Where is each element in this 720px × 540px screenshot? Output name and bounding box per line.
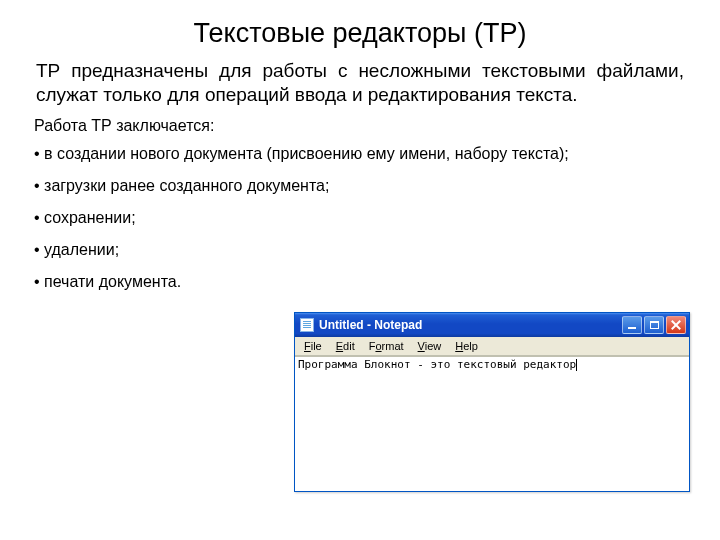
maximize-button[interactable] bbox=[644, 316, 664, 334]
close-button[interactable] bbox=[666, 316, 686, 334]
editor-content: Программа Блокнот - это текстовый редакт… bbox=[298, 358, 576, 371]
list-item: в создании нового документа (присвоению … bbox=[34, 145, 686, 163]
list-item: удалении; bbox=[34, 241, 686, 259]
minimize-button[interactable] bbox=[622, 316, 642, 334]
editor-area[interactable]: Программа Блокнот - это текстовый редакт… bbox=[295, 356, 689, 491]
menu-file[interactable]: File bbox=[297, 338, 329, 354]
maximize-icon bbox=[650, 321, 659, 329]
notepad-icon bbox=[300, 318, 314, 332]
slide-title: Текстовые редакторы (ТР) bbox=[34, 18, 686, 49]
notepad-window: Untitled - Notepad File Edit Format View… bbox=[294, 312, 690, 492]
window-controls bbox=[622, 316, 686, 334]
text-caret bbox=[576, 359, 577, 371]
intro-paragraph: ТР предназначены для работы с несложными… bbox=[34, 59, 686, 107]
close-icon bbox=[671, 320, 681, 330]
menu-format[interactable]: Format bbox=[362, 338, 411, 354]
subheading: Работа ТР заключается: bbox=[34, 117, 686, 135]
list-item: печати документа. bbox=[34, 273, 686, 291]
menu-bar: File Edit Format View Help bbox=[295, 337, 689, 356]
list-item: сохранении; bbox=[34, 209, 686, 227]
minimize-icon bbox=[628, 327, 636, 329]
list-item: загрузки ранее созданного документа; bbox=[34, 177, 686, 195]
menu-edit[interactable]: Edit bbox=[329, 338, 362, 354]
menu-view[interactable]: View bbox=[411, 338, 449, 354]
window-titlebar[interactable]: Untitled - Notepad bbox=[295, 313, 689, 337]
titlebar-left: Untitled - Notepad bbox=[300, 318, 422, 332]
menu-help[interactable]: Help bbox=[448, 338, 485, 354]
window-title: Untitled - Notepad bbox=[319, 318, 422, 332]
bullet-list: в создании нового документа (присвоению … bbox=[34, 145, 686, 305]
